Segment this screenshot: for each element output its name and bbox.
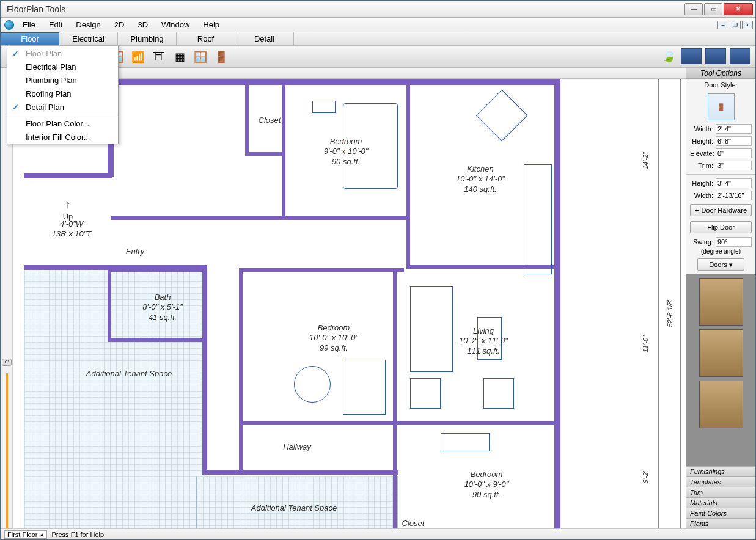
wall[interactable] <box>406 84 410 267</box>
dim-line <box>658 79 659 528</box>
view-3d-button[interactable] <box>705 48 726 64</box>
room-label-bath: Bath8'-0" x 5'-1"41 sq.ft. <box>123 293 202 323</box>
door-style-label: Door Style: <box>686 79 755 91</box>
wall[interactable] <box>393 421 558 425</box>
mdi-close-button[interactable]: × <box>742 21 753 29</box>
width2-input[interactable] <box>716 191 752 200</box>
dd-roofing-plan[interactable]: Roofing Plan <box>7 87 118 100</box>
wall[interactable] <box>108 79 560 85</box>
dd-floor-plan[interactable]: ✓Floor Plan <box>7 46 118 60</box>
furniture-tv[interactable] <box>441 433 490 451</box>
furniture-round-table[interactable] <box>294 366 331 403</box>
cat-tab-trim[interactable]: Trim <box>686 487 755 497</box>
menu-3d[interactable]: 3D <box>133 19 153 31</box>
menu-2d[interactable]: 2D <box>109 19 130 31</box>
cat-tab-furnishings[interactable]: Furnishings <box>686 466 755 476</box>
dd-floor-plan-color[interactable]: Floor Plan Color... <box>7 117 118 130</box>
app-orb-icon[interactable] <box>4 20 14 30</box>
cabinet-icon[interactable]: 🚪 <box>213 49 229 65</box>
tab-plumbing[interactable]: Plumbing <box>118 32 177 45</box>
furniture-dresser[interactable] <box>343 360 386 415</box>
tab-floor[interactable]: Floor <box>1 32 59 45</box>
plan-tabstrip: Floor Electrical Plumbing Roof Detail <box>1 32 755 46</box>
wall[interactable] <box>24 173 112 178</box>
width-input[interactable] <box>716 124 752 134</box>
elevate-input[interactable] <box>716 148 752 158</box>
height-input[interactable] <box>716 136 752 146</box>
wall[interactable] <box>245 79 249 152</box>
dd-electrical-plan[interactable]: Electrical Plan <box>7 60 118 73</box>
mdi-restore-button[interactable]: ❐ <box>730 21 741 29</box>
dd-interior-fill-color[interactable]: Interior Fill Color... <box>7 130 118 144</box>
view-plan-button[interactable] <box>681 48 702 64</box>
floor-icon[interactable]: ▦ <box>172 49 188 65</box>
tab-roof[interactable]: Roof <box>177 32 235 45</box>
tab-detail[interactable]: Detail <box>235 32 294 45</box>
wall[interactable] <box>108 338 205 342</box>
room-label-kitchen: Kitchen10'-0" x 14'-0"140 sq.ft. <box>441 164 520 194</box>
wall[interactable] <box>202 265 207 473</box>
dim-line <box>680 79 681 528</box>
mdi-minimize-button[interactable]: – <box>717 21 728 29</box>
dd-detail-plan[interactable]: ✓Detail Plan <box>7 100 118 114</box>
furniture-chair[interactable] <box>483 378 514 409</box>
room-label-bedroom2: Bedroom10'-0" x 10'-0"99 sq.ft. <box>294 323 373 353</box>
cat-tab-templates[interactable]: Templates <box>686 476 755 487</box>
wall[interactable] <box>245 152 284 156</box>
wall[interactable] <box>393 268 397 528</box>
floorplan-canvas[interactable]: Closet Bedroom9'-0" x 10'-0"90 sq.ft. Ki… <box>13 79 686 528</box>
tab-electrical[interactable]: Electrical <box>59 32 118 45</box>
wall[interactable] <box>282 84 285 218</box>
stairs-icon[interactable]: 📶 <box>130 49 146 65</box>
dd-plumbing-plan[interactable]: Plumbing Plan <box>7 73 118 87</box>
flip-door-button[interactable]: Flip Door <box>690 221 752 233</box>
room-label-tenant2: Additional Tenant Space <box>233 503 355 513</box>
swing-input[interactable] <box>716 237 752 247</box>
maximize-button[interactable]: ▭ <box>704 3 722 15</box>
catalog-item[interactable] <box>699 381 743 428</box>
furniture-fridge[interactable] <box>524 164 552 274</box>
wall[interactable] <box>239 268 404 272</box>
door-style-preview[interactable]: 🚪 <box>708 93 735 120</box>
furniture-desk[interactable] <box>476 90 528 142</box>
cat-tab-plants[interactable]: Plants <box>686 518 755 528</box>
window-title: FloorPlan Tools <box>3 4 684 14</box>
curtain-icon[interactable]: 🪟 <box>193 49 208 65</box>
height2-input[interactable] <box>716 178 752 188</box>
menu-edit[interactable]: Edit <box>44 19 67 31</box>
dim-far-right: 52'-6 1/8" <box>666 299 673 327</box>
wall[interactable] <box>111 216 410 220</box>
door-hardware-button[interactable]: +Door Hardware <box>690 204 752 216</box>
menu-file[interactable]: File <box>18 19 40 31</box>
dim-right-bot: 9'-2" <box>642 470 649 483</box>
door-catalog <box>686 274 755 466</box>
floor-selector[interactable]: First Floor▴ <box>4 530 47 539</box>
view-render-button[interactable] <box>730 48 750 64</box>
catalog-item[interactable] <box>699 278 743 326</box>
catalog-item[interactable] <box>699 329 743 377</box>
wall[interactable] <box>108 268 111 341</box>
trim-input[interactable] <box>716 161 752 170</box>
menu-window[interactable]: Window <box>156 19 194 31</box>
cat-tab-paint[interactable]: Paint Colors <box>686 508 755 518</box>
deck-icon[interactable]: ⛩ <box>151 49 167 65</box>
furniture-nightstand[interactable] <box>312 101 336 113</box>
cat-tab-materials[interactable]: Materials <box>686 497 755 508</box>
wall[interactable] <box>239 268 243 470</box>
slider-track[interactable] <box>6 373 8 528</box>
menu-help[interactable]: Help <box>198 19 224 31</box>
wall[interactable] <box>202 470 398 475</box>
menu-design[interactable]: Design <box>71 19 105 31</box>
minimize-button[interactable]: — <box>684 3 703 15</box>
slider-handle[interactable]: 0' <box>2 359 12 366</box>
wall[interactable] <box>239 421 395 425</box>
wall[interactable] <box>108 268 205 272</box>
doors-dropdown-button[interactable]: Doors ▾ <box>697 258 744 271</box>
close-button[interactable]: ✕ <box>724 3 753 15</box>
furniture-table[interactable] <box>410 378 441 409</box>
wall[interactable] <box>554 79 560 528</box>
chevron-up-icon: ▴ <box>40 530 44 538</box>
room-label-hallway: Hallway <box>270 442 325 452</box>
room-label-living: Living10'-2" x 11'-0"111 sq.ft. <box>447 326 520 356</box>
eco-icon[interactable]: 🍃 <box>661 48 677 64</box>
